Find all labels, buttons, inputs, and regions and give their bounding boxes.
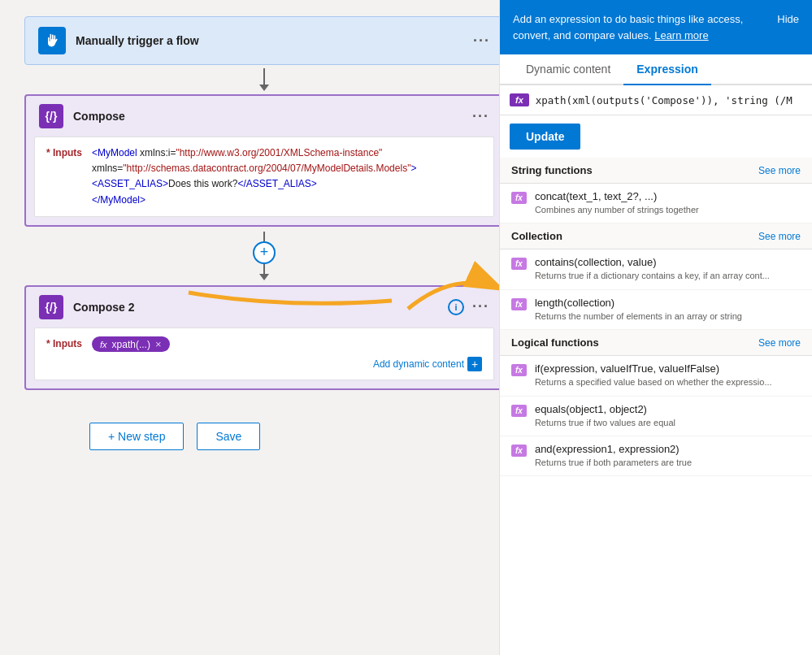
hand-icon: [44, 33, 60, 49]
banner-description: Add an expression to do basic things lik…: [513, 13, 743, 41]
compose-1-inputs-label: Inputs: [46, 147, 82, 158]
connector-line: [263, 68, 265, 85]
func-name-and: and(expression1, expression2): [535, 443, 801, 455]
func-equals[interactable]: fx equals(object1, object2) Returns true…: [500, 397, 812, 436]
connector-1: [24, 65, 499, 94]
func-info-partial: concat(text_1, text_2?, ...) Combines an…: [535, 190, 801, 216]
compose-2-body: Inputs fx xpath(...) × Add dynamic conte…: [34, 328, 494, 381]
panel-hide-btn[interactable]: Hide: [777, 11, 799, 28]
add-dynamic-plus-icon: +: [467, 357, 482, 371]
compose-1-inputs-row: Inputs <MyModel xmlns:i="http://www.w3.o…: [46, 145, 482, 208]
right-panel: Add an expression to do basic things lik…: [499, 0, 812, 655]
compose-1-header: {/} Compose ···: [26, 96, 499, 137]
panel-tabs: Dynamic content Expression: [500, 54, 812, 85]
action-row: + New step Save: [24, 423, 499, 450]
func-info-length: length(collection) Returns the number of…: [535, 297, 801, 323]
save-button[interactable]: Save: [197, 423, 260, 450]
func-info-equals: equals(object1, object2) Returns true if…: [535, 403, 801, 429]
collection-title: Collection: [511, 230, 562, 242]
compose-2-icon: {/}: [39, 295, 63, 319]
add-step-circle[interactable]: +: [253, 241, 276, 264]
func-info-contains: contains(collection, value) Returns true…: [535, 256, 801, 282]
tab-dynamic-content[interactable]: Dynamic content: [513, 54, 623, 85]
func-length[interactable]: fx length(collection) Returns the number…: [500, 290, 812, 330]
func-icon-and: fx: [511, 445, 527, 457]
new-step-button[interactable]: + New step: [89, 423, 184, 450]
logical-functions-header: Logical functions See more: [500, 330, 812, 356]
expr-input-row: fx xpath(xml(outputs('Compose')), 'strin…: [500, 85, 812, 115]
add-dynamic-btn[interactable]: Add dynamic content +: [92, 357, 482, 371]
compose-1-body: Inputs <MyModel xmlns:i="http://www.w3.o…: [34, 137, 494, 217]
func-and[interactable]: fx and(expression1, expression2) Returns…: [500, 436, 812, 476]
string-functions-see-more[interactable]: See more: [758, 165, 801, 176]
xml-line-2: xmlns="http://schemas.datacontract.org/2…: [92, 161, 482, 176]
add-step-line-top: [263, 232, 265, 241]
xpath-label: xpath(...): [112, 339, 150, 350]
logical-functions-title: Logical functions: [511, 336, 599, 349]
func-info-if: if(expression, valueIfTrue, valueIfFalse…: [535, 362, 801, 388]
xpath-close-btn[interactable]: ×: [155, 338, 162, 350]
compose-2-header: {/} Compose 2 i ···: [26, 287, 499, 328]
func-desc-contains: Returns true if a dictionary contains a …: [535, 270, 801, 282]
compose-1-header-icons: ···: [472, 108, 489, 125]
compose-2-inputs-label: Inputs: [46, 338, 82, 349]
func-contains[interactable]: fx contains(collection, value) Returns t…: [500, 249, 812, 289]
string-functions-header: String functions See more: [500, 158, 812, 184]
trigger-icon: [38, 27, 66, 54]
xpath-tag-container: fx xpath(...) ×: [92, 336, 482, 353]
compose-1-title: Compose: [73, 110, 472, 123]
compose-2-inputs-content: fx xpath(...) × Add dynamic content +: [92, 336, 482, 372]
func-icon-if: fx: [511, 364, 527, 376]
func-name-contains: contains(collection, value): [535, 256, 801, 268]
func-desc-if: Returns a specified value based on wheth…: [535, 376, 801, 388]
collection-see-more[interactable]: See more: [758, 231, 801, 242]
compose-1-icon: {/}: [39, 104, 63, 128]
string-func-partial: fx concat(text_1, text_2?, ...) Combines…: [500, 184, 812, 223]
compose-2-more-btn[interactable]: ···: [472, 298, 489, 315]
expr-input-text[interactable]: xpath(xml(outputs('Compose')), 'string (…: [536, 94, 802, 106]
action-spacer: [24, 390, 499, 414]
func-desc-equals: Returns true if two values are equal: [535, 417, 801, 429]
func-name-length: length(collection): [535, 297, 801, 309]
add-step-line-bottom: [263, 264, 265, 274]
fx-badge: fx: [510, 93, 529, 106]
xml-line-1: <MyModel xmlns:i="http://www.w3.org/2001…: [92, 145, 482, 161]
compose-block-1: {/} Compose ··· Inputs <MyModel xmlns:i=…: [24, 94, 499, 227]
func-desc-and: Returns true if both parameters are true: [535, 457, 801, 469]
banner-learn-more-link[interactable]: Learn more: [654, 29, 708, 41]
add-dynamic-label: Add dynamic content: [373, 358, 464, 370]
func-icon-equals: fx: [511, 405, 527, 417]
compose-2-title: Compose 2: [73, 301, 448, 314]
collection-header: Collection See more: [500, 223, 812, 249]
func-if[interactable]: fx if(expression, valueIfTrue, valueIfFa…: [500, 356, 812, 396]
compose-1-xml-content: <MyModel xmlns:i="http://www.w3.org/2001…: [92, 145, 482, 208]
xpath-tag[interactable]: fx xpath(...) ×: [92, 336, 170, 352]
compose-block-2: {/} Compose 2 i ··· Inputs fx xpath(...)…: [24, 285, 499, 391]
func-icon-length: fx: [511, 298, 527, 310]
trigger-block: Manually trigger a flow ···: [24, 16, 499, 65]
panel-banner-text: Add an expression to do basic things lik…: [513, 11, 769, 43]
info-icon[interactable]: i: [448, 299, 464, 315]
func-name-equals: equals(object1, object2): [535, 403, 801, 415]
compose-1-more-btn[interactable]: ···: [472, 108, 489, 125]
xml-line-3: <ASSET_ALIAS>Does this work?</ASSET_ALIA…: [92, 176, 482, 192]
panel-banner: Add an expression to do basic things lik…: [500, 0, 812, 54]
flow-canvas: Manually trigger a flow ··· {/} Compose …: [0, 0, 499, 655]
logical-see-more[interactable]: See more: [758, 337, 801, 349]
string-functions-title: String functions: [511, 164, 593, 176]
compose-2-header-icons: i ···: [448, 298, 489, 315]
trigger-title: Manually trigger a flow: [76, 34, 473, 47]
add-step-arrow: [259, 274, 269, 280]
func-desc-partial: Combines any number of strings together: [535, 204, 801, 216]
func-desc-length: Returns the number of elements in an arr…: [535, 310, 801, 323]
func-icon-contains: fx: [511, 258, 527, 270]
compose-2-inputs-row: Inputs fx xpath(...) × Add dynamic conte…: [46, 336, 482, 372]
func-info-and: and(expression1, expression2) Returns tr…: [535, 443, 801, 469]
update-button[interactable]: Update: [510, 124, 580, 150]
tab-expression[interactable]: Expression: [623, 54, 710, 85]
xml-line-4: </MyModel>: [92, 193, 482, 208]
func-name-partial: concat(text_1, text_2?, ...): [535, 190, 730, 202]
add-step-connector: +: [24, 227, 499, 285]
trigger-more-btn[interactable]: ···: [473, 33, 490, 50]
func-name-if: if(expression, valueIfTrue, valueIfFalse…: [535, 362, 801, 375]
